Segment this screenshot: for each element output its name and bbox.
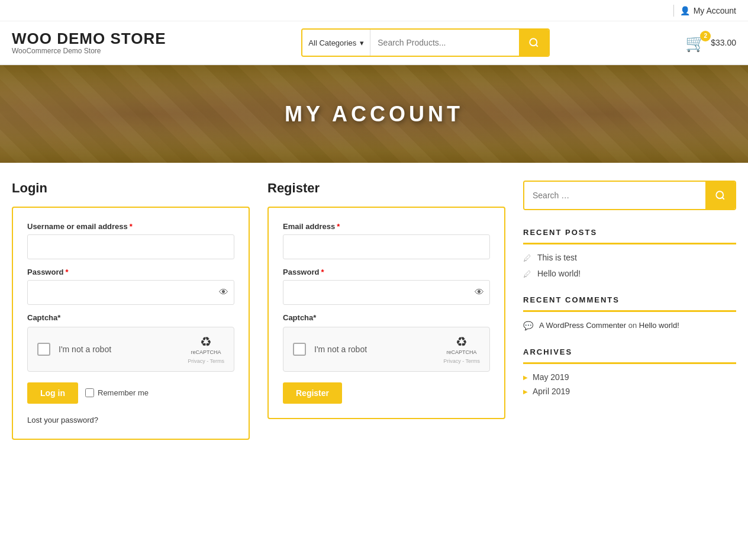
category-dropdown[interactable]: All Categories ▾ — [302, 30, 370, 56]
chevron-down-icon: ▾ — [360, 38, 364, 47]
login-captcha-box: I'm not a robot ♻ reCAPTCHA Privacy - Te… — [27, 327, 234, 372]
password-label: Password* — [27, 268, 234, 276]
remember-me-text: Remember me — [98, 388, 149, 397]
cart-area[interactable]: 🛒 2 $33.00 — [685, 33, 736, 53]
login-section: Login Username or email address* Passwor… — [12, 181, 250, 440]
archive-icon-2: ▶ — [523, 388, 528, 395]
register-recaptcha-icon: ♻ — [456, 334, 468, 350]
login-button[interactable]: Log in — [27, 382, 78, 404]
account-icon: 👤 — [680, 6, 690, 15]
comment-post-link[interactable]: Hello world! — [639, 321, 679, 330]
archive-link-apr2019[interactable]: April 2019 — [533, 387, 570, 396]
register-form-box: Email address* Password* 👁 Captcha* I'm … — [267, 207, 505, 419]
recent-post-item: 🖊 This is test — [523, 253, 736, 263]
login-captcha-checkbox[interactable] — [37, 343, 50, 356]
archive-link-may2019[interactable]: May 2019 — [533, 372, 569, 382]
remember-me-checkbox[interactable] — [85, 388, 94, 397]
recaptcha-privacy: Privacy - Terms — [188, 358, 224, 364]
post-icon-2: 🖊 — [523, 269, 531, 279]
hero-title: MY ACCOUNT — [285, 102, 463, 127]
register-captcha-logo: ♻ reCAPTCHA Privacy - Terms — [443, 334, 480, 364]
register-captcha-box: I'm not a robot ♻ reCAPTCHA Privacy - Te… — [283, 327, 490, 372]
register-button[interactable]: Register — [283, 382, 342, 404]
top-bar-divider — [673, 5, 674, 17]
register-title: Register — [267, 181, 505, 196]
register-captcha-label: Captcha* — [283, 313, 490, 322]
password-required: * — [65, 268, 68, 276]
recent-comments-section: RECENT COMMENTS 💬 A WordPress Commenter … — [523, 295, 736, 331]
recent-post-item-2: 🖊 Hello world! — [523, 269, 736, 279]
site-title: WOO DEMO STORE — [12, 30, 166, 47]
show-password-icon[interactable]: 👁 — [219, 287, 228, 298]
cart-badge: 2 — [700, 31, 711, 41]
my-account-link[interactable]: 👤 My Account — [680, 6, 736, 15]
login-actions: Log in Remember me — [27, 382, 234, 404]
recent-comments-title: RECENT COMMENTS — [523, 295, 736, 312]
login-password-wrap: 👁 — [27, 280, 234, 305]
recaptcha-icon: ♻ — [200, 334, 212, 350]
username-required: * — [130, 222, 133, 231]
register-captcha-checkbox[interactable] — [293, 343, 306, 356]
top-bar: 👤 My Account — [0, 0, 748, 21]
search-bar: All Categories ▾ — [301, 28, 550, 57]
recent-comment-item: 💬 A WordPress Commenter on Hello world! — [523, 320, 736, 331]
recent-posts-section: RECENT POSTS 🖊 This is test 🖊 Hello worl… — [523, 228, 736, 279]
email-label: Email address* — [283, 222, 490, 231]
hero-banner: MY ACCOUNT — [0, 65, 748, 163]
content-left: Login Username or email address* Passwor… — [12, 181, 505, 440]
comment-author-link[interactable]: A WordPress Commenter — [539, 321, 626, 330]
recent-post-link-1[interactable]: This is test — [537, 253, 577, 262]
my-account-label: My Account — [694, 6, 736, 15]
remember-me-label[interactable]: Remember me — [85, 388, 149, 397]
archives-section: ARCHIVES ▶ May 2019 ▶ April 2019 — [523, 347, 736, 396]
forgot-password-link[interactable]: Lost your password? — [27, 416, 98, 424]
comment-text: A WordPress Commenter on Hello world! — [539, 320, 679, 331]
svg-line-3 — [722, 197, 724, 199]
username-label: Username or email address* — [27, 222, 234, 231]
search-button[interactable] — [519, 30, 549, 56]
login-captcha-logo: ♻ reCAPTCHA Privacy - Terms — [188, 334, 224, 364]
register-section: Register Email address* Password* 👁 Capt… — [267, 181, 505, 440]
category-label: All Categories — [308, 38, 356, 47]
sidebar-search-icon — [715, 190, 726, 201]
login-captcha-label: Captcha* — [27, 313, 234, 322]
svg-point-0 — [530, 38, 537, 46]
sidebar-search — [523, 181, 736, 210]
post-icon-1: 🖊 — [523, 253, 531, 263]
archives-title: ARCHIVES — [523, 347, 736, 364]
cart-price: $33.00 — [711, 38, 736, 47]
register-password-input[interactable] — [283, 280, 490, 305]
sidebar-search-input[interactable] — [524, 182, 705, 209]
register-password-label: Password* — [283, 268, 490, 276]
svg-line-1 — [536, 44, 538, 46]
archive-icon-1: ▶ — [523, 374, 528, 381]
register-password-wrap: 👁 — [283, 280, 490, 305]
sidebar-search-button[interactable] — [705, 182, 735, 209]
register-email-input[interactable] — [283, 234, 490, 259]
svg-point-2 — [716, 191, 723, 198]
register-show-password-icon[interactable]: 👁 — [475, 287, 484, 298]
login-form-box: Username or email address* Password* 👁 C… — [12, 207, 250, 440]
recaptcha-brand: reCAPTCHA — [191, 350, 221, 356]
register-captcha-text: I'm not a robot — [314, 345, 367, 354]
username-input[interactable] — [27, 234, 234, 259]
search-icon — [528, 37, 539, 48]
site-branding: WOO DEMO STORE WooCommerce Demo Store — [12, 30, 166, 56]
search-input[interactable] — [370, 30, 519, 56]
archive-item-1: ▶ May 2019 — [523, 372, 736, 382]
register-recaptcha-brand: reCAPTCHA — [447, 350, 477, 356]
recent-posts-title: RECENT POSTS — [523, 228, 736, 244]
main-content: Login Username or email address* Passwor… — [0, 163, 748, 458]
comment-icon: 💬 — [523, 321, 533, 330]
recent-post-link-2[interactable]: Hello world! — [537, 269, 581, 278]
cart-icon-wrap: 🛒 2 — [685, 33, 706, 53]
login-captcha-text: I'm not a robot — [59, 345, 111, 354]
login-password-input[interactable] — [27, 280, 234, 305]
sidebar: RECENT POSTS 🖊 This is test 🖊 Hello worl… — [523, 181, 736, 440]
archive-item-2: ▶ April 2019 — [523, 387, 736, 396]
register-recaptcha-privacy: Privacy - Terms — [443, 358, 480, 364]
recent-posts-list: 🖊 This is test 🖊 Hello world! — [523, 253, 736, 279]
login-title: Login — [12, 181, 250, 196]
site-subtitle: WooCommerce Demo Store — [12, 47, 166, 55]
site-header: WOO DEMO STORE WooCommerce Demo Store Al… — [0, 21, 748, 65]
